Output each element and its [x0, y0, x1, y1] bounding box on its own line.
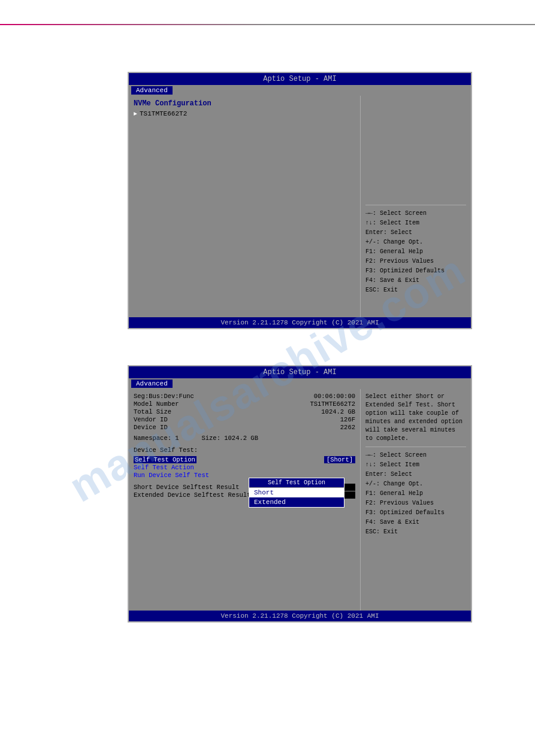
screen2-left-panel: Seg:Bus:Dev:Func 00:06:00:00 Model Numbe…: [129, 389, 360, 611]
device-id-row: Device ID 2262: [134, 424, 355, 431]
screen1-menu-item[interactable]: ► TS1TMTE662T2: [134, 110, 355, 117]
s2-key-hint-6: F2: Previous Values: [365, 499, 466, 508]
seg-bus-row: Seg:Bus:Dev:Func 00:06:00:00: [134, 393, 355, 400]
self-test-action-row[interactable]: Self Test Action: [134, 464, 355, 471]
s2-key-hint-5: F1: General Help: [365, 489, 466, 499]
self-test-option-label: Self Test Option: [134, 456, 197, 463]
tab-advanced-1[interactable]: Advanced: [131, 86, 173, 95]
screen1-tabs: Advanced: [129, 85, 471, 96]
screen1-right-panel: →←: Select Screen ↑↓: Select Item Enter:…: [360, 96, 471, 317]
screen2-right-panel: Select either Short or Extended Self Tes…: [360, 389, 471, 611]
tab-advanced-2[interactable]: Advanced: [131, 379, 173, 388]
self-test-option-row[interactable]: Self Test Option [Short]: [134, 456, 355, 463]
screen2-footer: Version 2.21.1278 Copyright (C) 2021 AMI: [129, 611, 471, 621]
total-size-row: Total Size 1024.2 GB: [134, 408, 355, 415]
dropdown-title: Self Test Option: [249, 478, 344, 488]
key-hint-6: F2: Previous Values: [365, 257, 466, 266]
bios-screen-1: Aptio Setup - AMI Advanced NVMe Configur…: [128, 72, 472, 329]
screen1-left-panel: NVMe Configuration ► TS1TMTE662T2: [129, 96, 360, 317]
vendor-id-row: Vendor ID 126F: [134, 416, 355, 423]
screen2-header: Aptio Setup - AMI: [129, 366, 471, 378]
key-hint-1: →←: Select Screen: [365, 209, 466, 218]
screen1-section-title: NVMe Configuration: [134, 99, 355, 108]
namespace-row: Namespace: 1 Size: 1024.2 GB: [134, 435, 355, 442]
screen1-content: NVMe Configuration ► TS1TMTE662T2 →←: Se…: [129, 96, 471, 317]
s2-key-hint-4: +/-: Change Opt.: [365, 479, 466, 489]
dropdown-popup: Self Test Option Short Extended: [249, 478, 344, 508]
menu-arrow-icon: ►: [134, 111, 137, 117]
key-hint-4: +/-: Change Opt.: [365, 238, 466, 247]
s2-key-hint-2: ↑↓: Select Item: [365, 460, 466, 470]
device-self-test-heading: Device Self Test:: [134, 447, 355, 454]
key-hint-3: Enter: Select: [365, 228, 466, 238]
s2-key-hint-9: ESC: Exit: [365, 527, 466, 537]
key-hint-8: F4: Save & Exit: [365, 276, 466, 286]
key-hint-5: F1: General Help: [365, 247, 466, 257]
screen2-tabs: Advanced: [129, 378, 471, 389]
dropdown-option-extended[interactable]: Extended: [249, 497, 344, 507]
key-hint-2: ↑↓: Select Item: [365, 218, 466, 228]
screen1-header: Aptio Setup - AMI: [129, 73, 471, 85]
model-number-row: Model Number TS1TMTE662T2: [134, 400, 355, 408]
top-line: [0, 24, 535, 25]
key-hint-7: F3: Optimized Defaults: [365, 266, 466, 276]
screen2-content: Seg:Bus:Dev:Func 00:06:00:00 Model Numbe…: [129, 389, 471, 611]
screen1-key-hints: →←: Select Screen ↑↓: Select Item Enter:…: [365, 209, 466, 295]
screen1-footer: Version 2.21.1278 Copyright (C) 2021 AMI: [129, 317, 471, 328]
bios-screen-2: Aptio Setup - AMI Advanced Seg:Bus:Dev:F…: [128, 365, 472, 623]
run-device-self-test-label: Run Device Self Test: [134, 472, 209, 479]
help-divider-1: [365, 205, 466, 205]
key-hint-9: ESC: Exit: [365, 286, 466, 295]
help-divider-2: [365, 447, 466, 447]
self-test-action-label: Self Test Action: [134, 464, 194, 471]
self-test-option-value: [Short]: [324, 456, 355, 463]
screen2-key-hints: →←: Select Screen ↑↓: Select Item Enter:…: [365, 451, 466, 537]
dropdown-option-short[interactable]: Short: [249, 488, 344, 497]
s2-key-hint-7: F3: Optimized Defaults: [365, 508, 466, 518]
s2-key-hint-1: →←: Select Screen: [365, 451, 466, 460]
s2-key-hint-8: F4: Save & Exit: [365, 518, 466, 527]
screen2-help-text: Select either Short or Extended Self Tes…: [365, 393, 466, 443]
s2-key-hint-3: Enter: Select: [365, 470, 466, 479]
